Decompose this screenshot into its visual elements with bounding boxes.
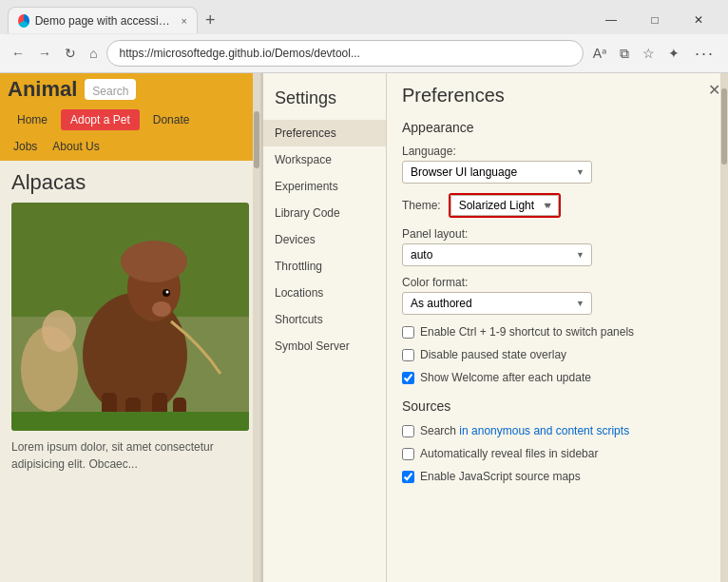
checkbox-ctrl-shortcut: Enable Ctrl + 1-9 shortcut to switch pan… xyxy=(402,324,713,340)
panel-layout-select[interactable]: auto horizontal vertical xyxy=(402,243,592,266)
settings-item-throttling[interactable]: Throttling xyxy=(263,253,386,280)
settings-item-shortcuts[interactable]: Shortcuts xyxy=(263,306,386,333)
devtools-close-button[interactable]: ✕ xyxy=(708,81,720,99)
settings-sidebar: Settings Preferences Workspace Experimen… xyxy=(263,73,387,582)
language-select-wrapper: Browser UI language xyxy=(402,161,592,184)
preferences-scrollbar[interactable] xyxy=(720,73,728,582)
search-anonymous-checkbox[interactable] xyxy=(402,425,414,437)
page-heading: Alpacas xyxy=(11,170,249,195)
tab-favicon xyxy=(18,14,29,28)
new-tab-button[interactable]: + xyxy=(198,7,223,33)
source-maps-label: Enable JavaScript source maps xyxy=(420,469,581,485)
theme-select-wrapper: Solarized Light Dark Default High Contra… xyxy=(449,193,561,218)
read-mode-icon[interactable]: Aᵃ xyxy=(589,42,610,65)
settings-item-preferences[interactable]: Preferences xyxy=(263,120,386,146)
checkbox-search-anonymous: Search in anonymous and content scripts xyxy=(402,423,713,439)
panel-layout-select-wrapper: auto horizontal vertical xyxy=(402,243,592,266)
svg-rect-14 xyxy=(11,412,249,431)
site-scrollbar-thumb[interactable] xyxy=(254,111,259,168)
checkbox-source-maps: Enable JavaScript source maps xyxy=(402,469,713,485)
search-anonymous-label: Search in anonymous and content scripts xyxy=(420,423,629,439)
disable-paused-checkbox[interactable] xyxy=(402,349,414,361)
refresh-button[interactable]: ↻ xyxy=(61,42,80,65)
settings-item-experiments[interactable]: Experiments xyxy=(263,173,386,200)
devtools-panel: ✕ Settings Preferences Workspace Experim… xyxy=(261,73,728,582)
site-scrollbar[interactable] xyxy=(253,73,260,582)
reveal-files-checkbox[interactable] xyxy=(402,448,414,460)
ctrl-shortcut-label: Enable Ctrl + 1-9 shortcut to switch pan… xyxy=(420,324,634,340)
forward-button[interactable]: → xyxy=(34,42,55,65)
language-row: Language: Browser UI language xyxy=(402,145,713,184)
address-bar: ← → ↻ ⌂ Aᵃ ⧉ ☆ ✦ ··· xyxy=(0,34,728,72)
minimize-button[interactable]: — xyxy=(589,7,633,33)
website-content: Animal Search Home Adopt a Pet Donate Jo… xyxy=(0,73,261,582)
preferences-title: Preferences xyxy=(402,85,713,107)
search-box[interactable]: Search xyxy=(85,79,136,100)
back-button[interactable]: ← xyxy=(8,42,29,65)
svg-point-9 xyxy=(152,301,171,317)
panel-layout-label: Panel layout: xyxy=(402,227,713,241)
page-layout: Animal Search Home Adopt a Pet Donate Jo… xyxy=(0,73,728,582)
nav-links: Home Adopt a Pet Donate xyxy=(0,106,260,134)
site-body: Alpacas xyxy=(0,161,260,482)
alpaca-placeholder xyxy=(11,203,249,431)
close-button[interactable]: ✕ xyxy=(677,7,720,33)
screenshot-icon[interactable]: ⧉ xyxy=(616,42,633,66)
settings-title: Settings xyxy=(263,81,386,120)
settings-item-locations[interactable]: Locations xyxy=(263,280,386,306)
sources-section-header: Sources xyxy=(402,398,713,414)
theme-label: Theme: xyxy=(402,199,441,212)
nav-jobs[interactable]: Jobs xyxy=(8,136,43,157)
tab-close-button[interactable]: × xyxy=(182,15,187,27)
nav-home[interactable]: Home xyxy=(8,109,57,130)
tab-title: Demo page with accessibility iss xyxy=(35,14,172,28)
language-select[interactable]: Browser UI language xyxy=(402,161,592,184)
checkbox-reveal-files: Automatically reveal files in sidebar xyxy=(402,446,713,462)
settings-item-workspace[interactable]: Workspace xyxy=(263,146,386,173)
settings-item-symbol-server[interactable]: Symbol Server xyxy=(263,333,386,359)
extensions-icon[interactable]: ✦ xyxy=(664,42,683,65)
maximize-button[interactable]: □ xyxy=(633,7,677,33)
site-nav: Animal Search Home Adopt a Pet Donate Jo… xyxy=(0,73,260,161)
color-format-select-wrapper: As authored hex hsl hwb rgb xyxy=(402,292,592,315)
show-welcome-checkbox[interactable] xyxy=(402,372,414,384)
site-header: Animal Search xyxy=(0,73,260,106)
nav-adopt[interactable]: Adopt a Pet xyxy=(61,109,140,130)
alpaca-svg xyxy=(11,203,249,431)
site-title: Animal xyxy=(8,77,77,102)
theme-row: Theme: Solarized Light Dark Default High… xyxy=(402,193,713,218)
ctrl-shortcut-checkbox[interactable] xyxy=(402,326,414,339)
preferences-scrollbar-thumb[interactable] xyxy=(721,88,727,165)
search-highlight: in anonymous and content scripts xyxy=(459,424,629,437)
nav-links-2: Jobs About Us xyxy=(0,134,260,161)
window-controls: — □ ✕ xyxy=(589,7,720,33)
show-welcome-label: Show Welcome after each update xyxy=(420,370,591,386)
checkbox-disable-paused: Disable paused state overlay xyxy=(402,347,713,363)
color-format-select[interactable]: As authored hex hsl hwb rgb xyxy=(402,292,592,315)
more-button[interactable]: ··· xyxy=(689,42,720,66)
settings-item-devices[interactable]: Devices xyxy=(263,226,386,253)
tab-bar: Demo page with accessibility iss × + — □… xyxy=(0,0,728,73)
reveal-files-label: Automatically reveal files in sidebar xyxy=(420,446,598,462)
address-input[interactable] xyxy=(106,40,583,67)
svg-point-11 xyxy=(166,291,169,294)
home-button[interactable]: ⌂ xyxy=(86,42,101,65)
language-label: Language: xyxy=(402,145,713,158)
nav-donate[interactable]: Donate xyxy=(144,109,200,130)
active-tab[interactable]: Demo page with accessibility iss × xyxy=(8,7,198,33)
settings-item-library-code[interactable]: Library Code xyxy=(263,200,386,226)
theme-select[interactable]: Solarized Light Dark Default High Contra… xyxy=(450,195,559,216)
alpaca-image xyxy=(11,203,249,431)
disable-paused-label: Disable paused state overlay xyxy=(420,347,566,363)
favorites-icon[interactable]: ☆ xyxy=(639,42,659,65)
sources-section-divider: Sources xyxy=(402,398,713,414)
appearance-section-header: Appearance xyxy=(402,120,713,135)
nav-about[interactable]: About Us xyxy=(47,136,105,157)
svg-point-13 xyxy=(42,310,76,352)
site-body-text: Lorem ipsum dolor, sit amet consectetur … xyxy=(11,438,249,473)
preferences-panel: Preferences Appearance Language: Browser… xyxy=(387,73,728,582)
panel-layout-row: Panel layout: auto horizontal vertical xyxy=(402,227,713,266)
color-format-label: Color format: xyxy=(402,276,713,289)
browser-window: Demo page with accessibility iss × + — □… xyxy=(0,0,728,582)
source-maps-checkbox[interactable] xyxy=(402,471,414,483)
